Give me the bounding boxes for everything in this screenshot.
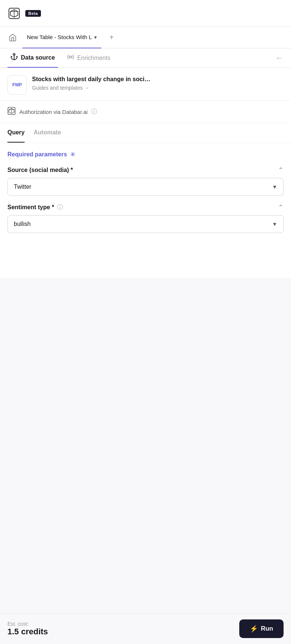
add-tab-button[interactable]: + <box>106 32 118 44</box>
subtab-enrichments[interactable]: Enrichments <box>64 48 113 68</box>
cost-value: 1.5 credits <box>7 627 48 637</box>
required-params-header: Required parameters ✳ <box>7 150 284 159</box>
cost-section: Est. cost: 1.5 credits <box>7 621 48 637</box>
datasource-title: Stocks with largest daily change in soci… <box>32 75 284 83</box>
sentiment-dropdown-value: bullish <box>14 221 31 227</box>
auth-text: Authorization via Databar.ai <box>19 109 87 115</box>
required-asterisk-icon: ✳ <box>70 150 76 159</box>
tab-automate[interactable]: Automate <box>33 123 61 143</box>
tab-query[interactable]: Query <box>7 123 25 143</box>
sentiment-param-group: Sentiment type * ⓘ ⌃ bullish ▼ <box>7 203 284 233</box>
source-param-group: Source (social media) * ⌃ Twitter ▼ <box>7 166 284 196</box>
fmp-logo: FMP <box>7 75 27 95</box>
datasource-card: FMP Stocks with largest daily change in … <box>0 68 291 101</box>
top-nav-bar: Beta <box>0 0 291 27</box>
sentiment-collapse-icon[interactable]: ⌃ <box>278 203 284 211</box>
tab-chevron-icon: ▾ <box>94 34 97 40</box>
cube-auth-icon <box>7 107 16 117</box>
sentiment-dropdown[interactable]: bullish ▼ <box>7 215 284 233</box>
source-param-header: Source (social media) * ⌃ <box>7 166 284 174</box>
run-icon: ⚡ <box>250 625 258 633</box>
bottom-footer: Est. cost: 1.5 credits ⚡ Run <box>0 613 291 644</box>
enrichments-icon <box>67 53 74 63</box>
active-tab[interactable]: New Table - Stocks With L ▾ <box>22 27 101 48</box>
sentiment-info-icon[interactable]: ⓘ <box>57 204 63 211</box>
query-tab-bar: Query Automate <box>0 123 291 143</box>
svg-point-6 <box>70 56 71 58</box>
run-button[interactable]: ⚡ Run <box>239 619 284 638</box>
source-collapse-icon[interactable]: ⌃ <box>278 166 284 174</box>
sentiment-param-label: Sentiment type * <box>7 204 54 211</box>
sentiment-param-header: Sentiment type * ⓘ ⌃ <box>7 203 284 211</box>
auth-info-icon[interactable]: ⓘ <box>91 108 97 116</box>
tab-label: New Table - Stocks With L <box>27 34 92 40</box>
subtab-enrichments-label: Enrichments <box>77 55 111 61</box>
datasource-guide-link[interactable]: Guides and templates → <box>32 85 284 91</box>
beta-badge: Beta <box>25 10 41 17</box>
home-button[interactable] <box>6 31 19 44</box>
source-dropdown[interactable]: Twitter ▼ <box>7 178 284 196</box>
params-section: Required parameters ✳ Source (social med… <box>0 143 291 233</box>
sentiment-dropdown-arrow-icon: ▼ <box>272 221 277 227</box>
content-area: FMP Stocks with largest daily change in … <box>0 68 291 278</box>
source-param-label: Source (social media) * <box>7 167 73 173</box>
auth-row: Authorization via Databar.ai ⓘ <box>0 101 291 123</box>
logo-icon <box>7 7 21 20</box>
cost-label: Est. cost: <box>7 621 48 627</box>
anchor-icon <box>10 53 18 62</box>
source-dropdown-value: Twitter <box>14 184 31 190</box>
subtab-bar: Data source Enrichments ← <box>0 48 291 68</box>
footer-spacer <box>0 240 291 278</box>
tab-bar: New Table - Stocks With L ▾ + <box>0 27 291 48</box>
subtab-datasource-label: Data source <box>21 54 55 61</box>
datasource-info: Stocks with largest daily change in soci… <box>32 75 284 91</box>
run-label: Run <box>261 625 273 632</box>
subtab-collapse-button[interactable]: ← <box>275 53 284 63</box>
required-params-label: Required parameters <box>7 151 67 158</box>
subtab-datasource[interactable]: Data source <box>7 48 58 68</box>
source-dropdown-arrow-icon: ▼ <box>272 184 277 190</box>
